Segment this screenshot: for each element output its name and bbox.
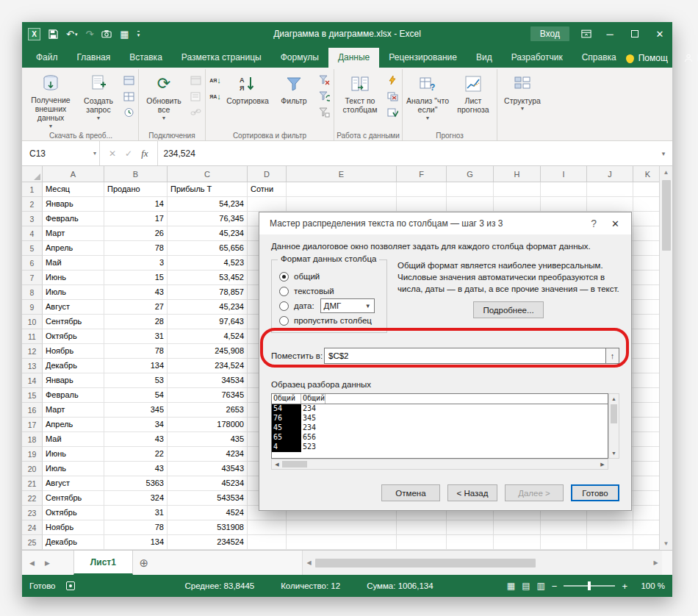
sheet-nav-right-icon[interactable]: ▶ <box>45 559 50 567</box>
normal-view-icon[interactable]: ▦ <box>507 581 515 591</box>
ribbon-display-options-icon[interactable] <box>581 29 591 38</box>
cell-A21[interactable]: Август <box>43 476 104 491</box>
row-header-18[interactable]: 18 <box>22 432 43 447</box>
cell-B8[interactable]: 43 <box>104 285 168 300</box>
cell-K24[interactable] <box>633 520 663 535</box>
cell-C25[interactable]: 234524 <box>168 535 248 550</box>
cell-B16[interactable]: 345 <box>104 403 168 418</box>
next-button[interactable]: Далее > <box>505 484 564 501</box>
flash-fill-icon[interactable] <box>385 74 400 87</box>
column-header-D[interactable]: D <box>248 166 287 182</box>
date-format-select[interactable]: ДМГ ▼ <box>320 298 375 313</box>
cell-K11[interactable] <box>633 329 663 344</box>
zoom-out-icon[interactable]: − <box>552 581 558 592</box>
cancel-button[interactable]: Отмена <box>381 484 440 501</box>
cell-K6[interactable] <box>633 256 663 271</box>
ribbon-tab-9[interactable]: Справка <box>572 48 626 68</box>
column-header-C[interactable]: C <box>168 166 248 182</box>
row-header-4[interactable]: 4 <box>22 226 43 241</box>
cell-C14[interactable]: 34534 <box>168 373 248 388</box>
dialog-help-icon[interactable]: ? <box>580 218 607 229</box>
cell-B12[interactable]: 78 <box>104 344 168 359</box>
select-all-button[interactable] <box>22 166 43 182</box>
cell-B21[interactable]: 5363 <box>104 476 168 491</box>
touch-mode-icon[interactable]: ▦ <box>120 29 129 39</box>
from-table-icon[interactable] <box>121 90 136 103</box>
cell-C22[interactable]: 543534 <box>168 491 248 506</box>
new-sheet-icon[interactable]: ⊕ <box>133 551 155 575</box>
close-button[interactable]: ✕ <box>653 29 666 40</box>
collapse-dialog-icon[interactable]: ↑ <box>605 348 619 364</box>
cell-A14[interactable]: Январь <box>43 373 104 388</box>
preview-table[interactable]: ОбщийОбщий 542347634545234656564523 <box>271 393 608 459</box>
cell-B15[interactable]: 54 <box>104 388 168 403</box>
preview-column-header-0[interactable]: Общий <box>272 394 301 404</box>
cell-G1[interactable] <box>447 182 494 197</box>
cell-K3[interactable] <box>633 212 663 226</box>
what-if-analysis-button[interactable]: ? Анализ "что если" ▼ <box>405 71 450 129</box>
zoom-slider-thumb[interactable] <box>588 581 591 590</box>
cell-F24[interactable] <box>397 520 447 535</box>
column-header-K[interactable]: K <box>633 166 663 182</box>
cell-C5[interactable]: 65,656 <box>168 241 248 256</box>
cell-A20[interactable]: Июль <box>43 462 104 476</box>
column-header-H[interactable]: H <box>494 166 541 182</box>
sort-ascending-icon[interactable]: АЯ↓ <box>208 74 223 87</box>
minimize-button[interactable]: ─ <box>603 29 616 40</box>
cell-A22[interactable]: Сентябрь <box>43 491 104 506</box>
row-header-22[interactable]: 22 <box>22 491 43 506</box>
radio-skip-column[interactable]: пропустить столбец <box>279 313 381 328</box>
preview-horizontal-scrollbar[interactable]: ◀ ▶ <box>271 459 608 470</box>
clear-filter-icon[interactable] <box>317 74 331 87</box>
cell-C17[interactable]: 178000 <box>168 418 248 432</box>
row-header-11[interactable]: 11 <box>22 329 43 344</box>
scrollbar-thumb[interactable] <box>282 461 307 468</box>
cell-B7[interactable]: 15 <box>104 271 168 285</box>
cell-A13[interactable]: Декабрь <box>43 359 104 373</box>
row-header-19[interactable]: 19 <box>22 447 43 462</box>
cell-F2[interactable] <box>397 197 447 212</box>
cell-K15[interactable] <box>633 388 663 403</box>
row-header-3[interactable]: 3 <box>22 212 43 226</box>
cell-H1[interactable] <box>494 182 541 197</box>
cell-A9[interactable]: Август <box>43 300 104 315</box>
cell-D24[interactable] <box>248 520 287 535</box>
cell-K1[interactable] <box>633 182 663 197</box>
scrollbar-thumb[interactable] <box>315 559 536 567</box>
cell-H24[interactable] <box>494 520 541 535</box>
ribbon-tab-6[interactable]: Рецензирование <box>379 48 467 68</box>
cell-B23[interactable]: 31 <box>104 506 168 520</box>
recent-sources-icon[interactable] <box>121 106 136 119</box>
ribbon-tab-8[interactable]: Разработчик <box>502 48 572 68</box>
cell-A16[interactable]: Март <box>43 403 104 418</box>
ribbon-tab-0[interactable]: Файл <box>26 48 68 68</box>
cell-C10[interactable]: 97,643 <box>168 315 248 329</box>
cell-E24[interactable] <box>287 520 397 535</box>
cell-C3[interactable]: 76,345 <box>168 212 248 226</box>
sheet-nav-left-icon[interactable]: ◀ <box>29 559 35 567</box>
scrollbar-thumb[interactable] <box>662 180 671 251</box>
row-header-8[interactable]: 8 <box>22 285 43 300</box>
back-button[interactable]: < Назад <box>447 484 497 501</box>
cell-E1[interactable] <box>287 182 397 197</box>
ribbon-tab-1[interactable]: Главная <box>68 48 120 68</box>
cell-K23[interactable] <box>633 506 663 520</box>
cell-J24[interactable] <box>587 520 633 535</box>
cell-K13[interactable] <box>633 359 663 373</box>
destination-field[interactable] <box>324 348 605 364</box>
cell-C19[interactable]: 4234 <box>168 447 248 462</box>
row-header-23[interactable]: 23 <box>22 506 43 520</box>
cell-G25[interactable] <box>447 535 494 550</box>
column-header-B[interactable]: B <box>104 166 168 182</box>
cell-C13[interactable]: 234,524 <box>168 359 248 373</box>
cell-A4[interactable]: Март <box>43 226 104 241</box>
confirm-entry-icon[interactable]: ✓ <box>125 148 132 159</box>
name-box[interactable]: ▾ <box>22 141 100 165</box>
cell-J2[interactable] <box>587 197 633 212</box>
cell-A7[interactable]: Июнь <box>43 271 104 285</box>
sort-button[interactable]: АЯ Сортировка <box>224 71 271 129</box>
connections-icon[interactable] <box>188 74 203 87</box>
cell-C8[interactable]: 78,857 <box>168 285 248 300</box>
row-header-9[interactable]: 9 <box>22 300 43 315</box>
cell-K20[interactable] <box>633 462 663 476</box>
